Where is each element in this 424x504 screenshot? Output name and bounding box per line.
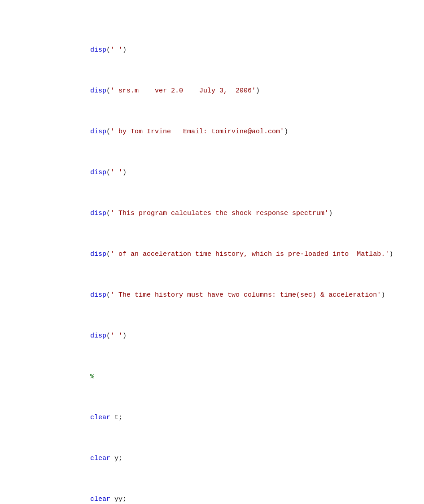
keyword-disp-4: disp [90,169,106,176]
string-2: ' srs.m ver 2.0 July 3, 2006' [110,87,256,95]
code-line-4: disp(' ') [74,158,424,187]
string-8: ' ' [110,332,122,340]
keyword-disp-5: disp [90,210,106,217]
comment-percent: % [90,373,94,381]
code-line-2: disp(' srs.m ver 2.0 July 3, 2006') [74,77,424,105]
string-3: ' by Tom Irvine Email: tomirvine@aol.com… [110,128,284,136]
keyword-clear-3: clear [90,495,110,503]
code-line-8: disp(' ') [74,322,424,350]
string-1: ' ' [110,46,122,54]
keyword-disp-2: disp [90,87,106,95]
keyword-disp-3: disp [90,128,106,136]
code-line-1: disp(' ') [74,36,424,64]
keyword-clear-1: clear [90,414,110,421]
code-line-7: disp(' The time history must have two co… [74,281,424,309]
string-6: ' of an acceleration time history, which… [110,250,389,258]
code-line-6: disp(' of an acceleration time history, … [74,240,424,268]
keyword-disp-6: disp [90,250,106,258]
code-line-9: % [74,363,424,391]
string-7: ' The time history must have two columns… [110,291,381,299]
code-line-5: disp(' This program calculates the shock… [74,199,424,228]
keyword-disp-1: disp [90,46,106,54]
code-line-12: clear yy; [74,485,424,504]
keyword-disp-7: disp [90,291,106,299]
code-editor: disp(' ') disp(' srs.m ver 2.0 July 3, 2… [0,0,424,504]
keyword-disp-8: disp [90,332,106,340]
string-4: ' ' [110,169,122,176]
code-line-3: disp(' by Tom Irvine Email: tomirvine@ao… [74,118,424,146]
code-line-10: clear t; [74,403,424,432]
string-5: ' This program calculates the shock resp… [110,210,328,217]
code-line-11: clear y; [74,444,424,473]
keyword-clear-2: clear [90,455,110,462]
